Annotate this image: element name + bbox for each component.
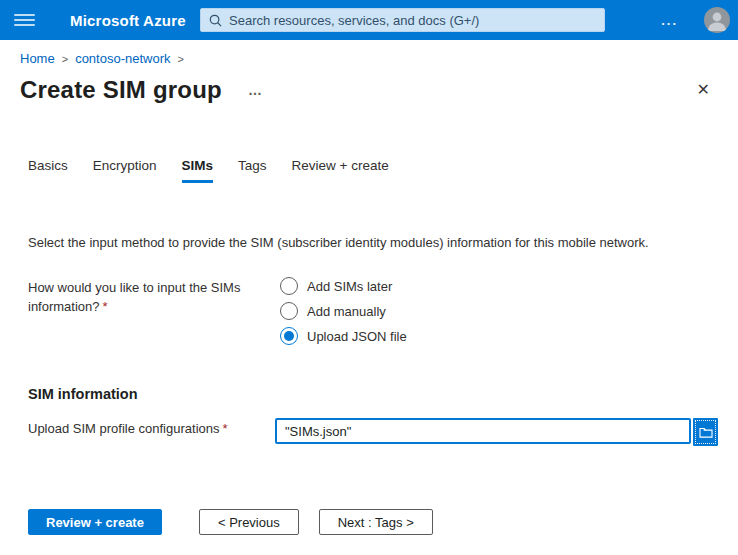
azure-portal-window: Microsoft Azure ... Home > contoso-netwo…: [0, 0, 738, 555]
tab-sims[interactable]: SIMs: [182, 158, 214, 183]
global-search-input[interactable]: [229, 13, 596, 28]
tab-encryption[interactable]: Encryption: [93, 158, 157, 183]
upload-field-label: Upload SIM profile configurations*: [28, 418, 275, 439]
previous-button[interactable]: < Previous: [199, 509, 299, 535]
radio-circle-icon[interactable]: [280, 302, 298, 320]
folder-icon: [699, 426, 713, 438]
search-icon: [209, 14, 222, 27]
radio-add-manually[interactable]: Add manually: [280, 302, 407, 320]
radio-circle-icon[interactable]: [280, 277, 298, 295]
title-row: Create SIM group … ✕: [20, 76, 718, 104]
radio-circle-icon[interactable]: [280, 327, 298, 345]
hamburger-menu-icon[interactable]: [14, 11, 35, 29]
breadcrumb: Home > contoso-network >: [20, 51, 718, 66]
breadcrumb-separator: >: [55, 53, 75, 65]
sims-input-method-field: How would you like to input the SIMs inf…: [28, 277, 718, 352]
page-title: Create SIM group: [20, 76, 222, 104]
main-content: Home > contoso-network > Create SIM grou…: [0, 51, 738, 446]
azure-brand-logo: Microsoft Azure: [70, 12, 186, 29]
wizard-footer: Review + create < Previous Next : Tags >: [28, 509, 433, 535]
tab-review-create[interactable]: Review + create: [292, 158, 389, 183]
required-asterisk: *: [220, 421, 228, 436]
sim-information-heading: SIM information: [28, 386, 718, 402]
radio-group-label: How would you like to input the SIMs inf…: [28, 277, 280, 352]
intro-text: Select the input method to provide the S…: [28, 235, 718, 250]
close-icon[interactable]: ✕: [697, 82, 710, 98]
radio-upload-json-file[interactable]: Upload JSON file: [280, 327, 407, 345]
tab-tags[interactable]: Tags: [238, 158, 267, 183]
upload-configurations-field: Upload SIM profile configurations*: [28, 418, 718, 446]
radio-add-sims-later[interactable]: Add SIMs later: [280, 277, 407, 295]
global-search-box[interactable]: [200, 8, 605, 32]
browse-file-button[interactable]: [693, 418, 718, 446]
breadcrumb-contoso-network-link[interactable]: contoso-network: [75, 51, 170, 66]
required-asterisk: *: [100, 299, 108, 314]
person-icon: [704, 7, 730, 33]
topbar-more-button[interactable]: ...: [661, 0, 678, 40]
upload-input-group: [275, 418, 718, 446]
wizard-tabs: Basics Encryption SIMs Tags Review + cre…: [28, 158, 718, 183]
radio-options: Add SIMs later Add manually Upload JSON …: [280, 277, 407, 352]
top-bar: Microsoft Azure ...: [0, 0, 738, 40]
tab-basics[interactable]: Basics: [28, 158, 68, 183]
breadcrumb-separator: >: [171, 53, 191, 65]
review-create-button[interactable]: Review + create: [28, 509, 162, 535]
account-avatar[interactable]: [704, 7, 730, 33]
breadcrumb-home-link[interactable]: Home: [20, 51, 55, 66]
title-more-button[interactable]: …: [248, 82, 263, 98]
sim-profile-file-input[interactable]: [275, 418, 691, 444]
next-tags-button[interactable]: Next : Tags >: [319, 509, 433, 535]
